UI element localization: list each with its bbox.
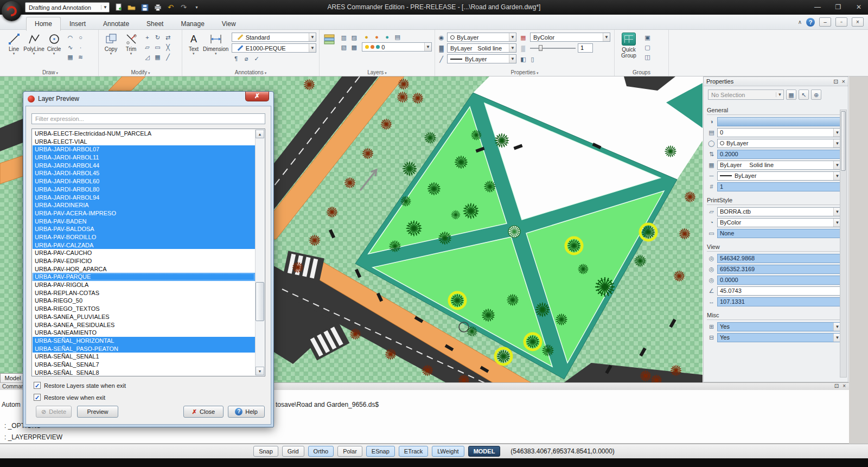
close-window-button[interactable]: ✕ — [853, 2, 865, 12]
group-label-annotations[interactable]: Annotations▾ — [182, 69, 319, 75]
layer-list-item[interactable]: URBA-SEÑAL_PASO-PEATON — [33, 345, 255, 353]
layer-list-item[interactable]: URBA-JARDI-ARBOL11 — [33, 153, 255, 162]
transparency-value-field[interactable]: 1 — [578, 43, 593, 53]
pattern-icon[interactable]: ▦ — [153, 53, 162, 61]
circle-tool-button[interactable]: Circle▾ — [44, 31, 64, 55]
layer-list-item[interactable]: URBA-PAV-BORDILLO — [33, 233, 255, 241]
scrollbar-thumb[interactable] — [256, 282, 264, 321]
doc-minimize-button[interactable]: – — [819, 17, 831, 27]
toggle-etrack[interactable]: ETrack — [399, 446, 428, 457]
layer-unlock-icon[interactable]: ● — [382, 33, 392, 41]
combo-field[interactable]: Yes▼ — [717, 322, 841, 331]
value-field[interactable]: 0.0000 — [717, 276, 841, 285]
tab-annotate[interactable]: Annotate — [94, 17, 138, 30]
restore-window-button[interactable]: ❐ — [832, 2, 844, 12]
linecolor-combo[interactable]: ByLayer▼ — [447, 33, 516, 42]
pick-entities-icon[interactable]: ↖ — [799, 89, 809, 100]
stretch-icon[interactable]: ▭ — [153, 43, 162, 52]
rotate-icon[interactable]: ↻ — [153, 33, 162, 42]
layer-list-item[interactable]: URBA-SEÑAL_SENAL8 — [33, 369, 255, 375]
linestyle-combo[interactable]: ByLayerSolid line▼ — [447, 43, 516, 53]
toggle-snap[interactable]: Snap — [253, 446, 278, 457]
chevron-down-icon[interactable]: ▼ — [309, 44, 316, 52]
slider-handle[interactable] — [539, 45, 542, 51]
value-field[interactable]: 0.2000 — [717, 150, 841, 159]
layer-list-item[interactable]: URBA-JARDI-ARBOL94 — [33, 194, 255, 202]
layer-list-item[interactable]: URBA-PAV-BALDOSA — [33, 225, 255, 233]
move-icon[interactable]: + — [143, 33, 152, 42]
group-manager-icon[interactable]: ◫ — [643, 53, 652, 61]
ellipse-icon[interactable]: ○ — [76, 33, 85, 42]
layer-list-item[interactable]: URBA-PAV-EDIFICIO — [33, 257, 255, 265]
undo-icon[interactable]: ↶ — [166, 3, 175, 12]
layer-list-item[interactable]: URBA-PAV-HOR_APARCA — [33, 265, 255, 273]
chevron-down-icon[interactable]: ▼ — [101, 5, 109, 10]
toggle-model[interactable]: MODEL — [468, 446, 501, 457]
layer-isolate-icon[interactable]: ▩ — [349, 43, 359, 52]
layer-list-item[interactable]: URBA-JARDI-ARBOL60 — [33, 177, 255, 185]
checkbox-checked-icon[interactable]: ✓ — [34, 394, 41, 401]
dimension-style-combo[interactable]: Standard▼ — [232, 33, 316, 42]
close-panel-icon[interactable]: × — [842, 78, 845, 85]
page-setup-icon[interactable]: ▯ — [528, 55, 537, 63]
layer-list-item[interactable]: URBA-ELECT-Electricidad-NUM_PARCELA — [33, 130, 255, 138]
chamfer-icon[interactable]: ◿ — [143, 53, 152, 61]
ungroup-icon[interactable]: ▢ — [643, 43, 652, 52]
combo-field[interactable]: BORRA.ctb▼ — [717, 207, 841, 216]
diameter-dimension-icon[interactable]: ⌀ — [242, 54, 251, 63]
chevron-down-icon[interactable]: ▼ — [509, 55, 516, 63]
doc-restore-button[interactable]: ▫ — [835, 17, 847, 27]
active-layer-combo[interactable]: 0 ▼ — [362, 42, 432, 52]
new-file-button[interactable] — [114, 3, 123, 12]
layer-list-item[interactable]: URBA-JARDINERIA — [33, 201, 255, 209]
lineweight-icon[interactable]: ╱ — [437, 55, 446, 63]
layer-lock-icon[interactable]: ▧ — [339, 43, 348, 52]
transparency-slider[interactable] — [530, 43, 576, 53]
selection-combo[interactable]: No Selection ▼ — [708, 89, 784, 100]
filter-expression-input[interactable] — [31, 113, 265, 124]
group-edit-icon[interactable]: ▣ — [643, 33, 652, 42]
layer-list-item[interactable]: URBA-SANEA_RESIDUALES — [33, 321, 255, 329]
color-strip-icon[interactable]: ▦ — [519, 33, 528, 42]
dock-panel-icon[interactable]: ⊡ — [833, 78, 838, 85]
open-folder-button[interactable] — [127, 3, 136, 12]
value-field[interactable]: 695352.3169 — [717, 265, 841, 274]
properties-painter-icon[interactable]: ◧ — [519, 55, 528, 63]
layer-list-item[interactable]: URBA-JARDI-ARBOL80 — [33, 185, 255, 194]
hatch-icon[interactable]: ▦ — [66, 53, 75, 61]
color-preview-field[interactable] — [717, 117, 841, 126]
scroll-up-icon[interactable]: ▲ — [256, 130, 264, 138]
layer-list-item[interactable]: URBA-PAV-ACERA-IMPRESO — [33, 209, 255, 217]
tab-sheet[interactable]: Sheet — [138, 17, 172, 30]
layer-list-item[interactable]: URBA-PAV-PARQUE — [33, 273, 255, 281]
combo-field[interactable]: ByColor▼ — [717, 218, 841, 227]
layer-list-item[interactable]: URBA-PAV-RIGOLA — [33, 281, 255, 289]
value-field[interactable]: 1 — [717, 182, 841, 191]
layer-list-item[interactable]: URBA-JARDI-ARBOL44 — [33, 162, 255, 170]
doc-close-button[interactable]: × — [852, 17, 864, 27]
group-label-modify[interactable]: Modify▾ — [99, 69, 182, 75]
layer-list-item[interactable]: URBA-PAV-CALZADA — [33, 241, 255, 250]
group-label-draw[interactable]: Draw▾ — [2, 69, 98, 75]
restore-view-checkbox[interactable]: ✓ Restore view when exit — [34, 394, 105, 401]
panel-scrollbar[interactable] — [840, 110, 847, 378]
list-scrollbar[interactable]: ▲ ▼ — [255, 130, 264, 375]
layer-list-item[interactable]: URBA-SEÑAL_HORIZONTAL — [33, 337, 255, 345]
dimension-tool-button[interactable]: Dimension▾ — [203, 31, 228, 55]
select-elements-icon[interactable]: ▦ — [786, 89, 796, 100]
group-label-groups[interactable]: Groups — [615, 69, 668, 75]
chevron-down-icon[interactable]: ▼ — [603, 33, 610, 41]
combo-field[interactable]: Yes▼ — [717, 333, 841, 342]
value-field[interactable]: 45.0743 — [717, 286, 841, 296]
close-button[interactable]: ✗ Close — [183, 406, 224, 418]
checkbox-checked-icon[interactable]: ✓ — [34, 382, 41, 389]
text-tool-button[interactable]: A Text▾ — [184, 31, 203, 55]
quick-group-button[interactable]: Quick Group — [616, 31, 641, 59]
value-field[interactable]: 107.1331 — [717, 297, 841, 306]
extend-icon[interactable]: ╱ — [163, 53, 173, 61]
chevron-down-icon[interactable]: ▼ — [509, 44, 516, 52]
toggle-grid[interactable]: Grid — [282, 446, 304, 457]
combo-field[interactable]: 0▼ — [717, 128, 841, 137]
layer-list-item[interactable]: URBA-SANEAMIENTO — [33, 329, 255, 337]
toggle-lweight[interactable]: LWeight — [432, 446, 464, 457]
